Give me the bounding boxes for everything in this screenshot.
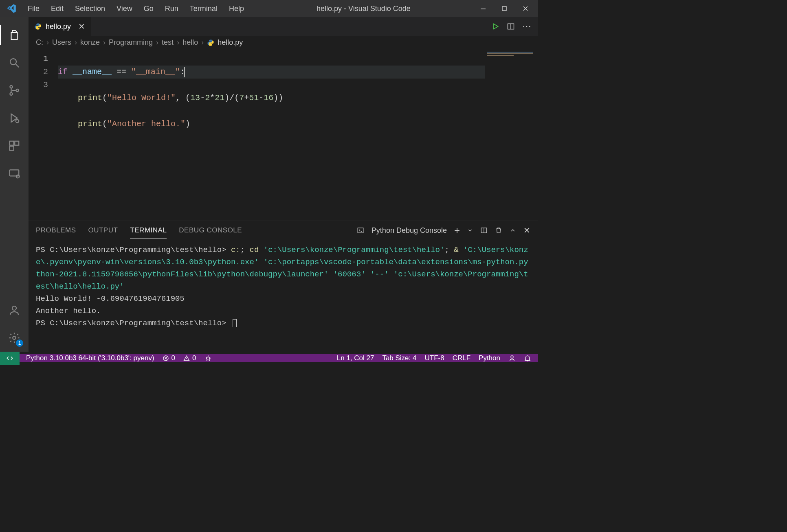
svg-rect-1 <box>502 7 506 11</box>
main-area: 1 hello.py ✕ ⋯ <box>0 17 538 352</box>
minimap[interactable] <box>485 51 538 221</box>
svg-point-6 <box>16 120 19 123</box>
close-button[interactable] <box>520 3 531 14</box>
svg-point-2 <box>10 59 16 65</box>
tab-bar: hello.py ✕ ⋯ <box>29 17 538 36</box>
remote-explorer-icon[interactable] <box>4 164 24 183</box>
status-language[interactable]: Python <box>475 354 504 362</box>
close-panel-icon[interactable]: ✕ <box>523 225 530 235</box>
status-lncol[interactable]: Ln 1, Col 27 <box>333 354 378 362</box>
settings-icon[interactable]: 1 <box>4 328 24 348</box>
split-editor-icon[interactable] <box>507 22 515 31</box>
terminal-text: ; <box>444 245 454 254</box>
maximize-button[interactable] <box>499 3 510 14</box>
panel-tab-terminal[interactable]: TERMINAL <box>130 222 167 239</box>
status-errors[interactable]: 0 <box>158 354 179 362</box>
breadcrumb-item[interactable]: Programming <box>109 38 153 47</box>
breadcrumb[interactable]: C:› Users› konze› Programming› test› hel… <box>29 36 538 51</box>
tab-close-icon[interactable]: ✕ <box>78 22 85 31</box>
line-number: 1 <box>29 53 48 66</box>
status-notifications-icon[interactable] <box>520 355 535 362</box>
status-encoding[interactable]: UTF-8 <box>420 354 448 362</box>
code-editor[interactable]: 1 2 3 if __name__ == "__main__": print("… <box>29 51 538 221</box>
svg-point-3 <box>10 85 12 88</box>
editor-area: hello.py ✕ ⋯ C:› Users› konze› Programmi… <box>29 17 538 352</box>
svg-point-4 <box>10 93 12 95</box>
breadcrumb-item[interactable]: konze <box>80 38 100 47</box>
vscode-logo-icon <box>6 3 17 14</box>
line-number: 2 <box>29 66 48 79</box>
more-actions-icon[interactable]: ⋯ <box>522 21 531 32</box>
status-bar: Python 3.10.0b3 64-bit ('3.10.0b3': pyen… <box>0 352 538 365</box>
terminal-dropdown-label[interactable]: Python Debug Console <box>372 226 447 235</box>
terminal-text: & <box>454 245 463 254</box>
terminal-prompt: PS C:\Users\konze\Programming\test\hello… <box>36 319 231 328</box>
minimize-button[interactable] <box>477 3 489 14</box>
extensions-icon[interactable] <box>4 136 24 155</box>
panel-tab-problems[interactable]: PROBLEMS <box>36 222 76 239</box>
maximize-panel-icon[interactable] <box>510 227 516 234</box>
titlebar: File Edit Selection View Go Run Terminal… <box>0 0 538 17</box>
panel: PROBLEMS OUTPUT TERMINAL DEBUG CONSOLE P… <box>29 221 538 352</box>
breadcrumb-item[interactable]: test <box>162 38 174 47</box>
svg-point-5 <box>16 89 18 92</box>
breadcrumb-item[interactable]: Users <box>52 38 71 47</box>
python-file-icon <box>207 39 214 46</box>
menu-help[interactable]: Help <box>223 2 250 15</box>
status-tabsize[interactable]: Tab Size: 4 <box>378 354 420 362</box>
line-number: 3 <box>29 79 48 92</box>
status-python-env[interactable]: Python 3.10.0b3 64-bit ('3.10.0b3': pyen… <box>22 354 158 362</box>
warnings-count: 0 <box>192 354 196 362</box>
terminal-content[interactable]: PS C:\Users\konze\Programming\test\hello… <box>29 240 538 352</box>
svg-point-12 <box>12 306 16 310</box>
panel-tab-debugconsole[interactable]: DEBUG CONSOLE <box>179 222 242 239</box>
terminal-output: Another hello. <box>36 305 530 317</box>
menu-go[interactable]: Go <box>138 2 159 15</box>
remote-indicator[interactable] <box>0 352 20 365</box>
terminal-text: cd <box>250 245 259 254</box>
terminal-profile-icon[interactable] <box>357 227 364 234</box>
search-icon[interactable] <box>4 53 24 72</box>
settings-badge: 1 <box>16 339 23 347</box>
menu-view[interactable]: View <box>111 2 138 15</box>
editor-cursor <box>184 67 185 77</box>
new-terminal-icon[interactable]: + <box>454 225 460 236</box>
svg-rect-9 <box>10 146 14 150</box>
panel-tabs: PROBLEMS OUTPUT TERMINAL DEBUG CONSOLE P… <box>29 221 538 240</box>
svg-point-19 <box>511 356 513 358</box>
window-controls <box>477 3 534 14</box>
svg-point-11 <box>16 175 20 178</box>
run-debug-icon[interactable] <box>4 108 24 128</box>
source-control-icon[interactable] <box>4 81 24 100</box>
panel-tab-output[interactable]: OUTPUT <box>88 222 118 239</box>
terminal-text: ; <box>240 245 250 254</box>
python-file-icon <box>34 23 42 30</box>
code-content[interactable]: if __name__ == "__main__": print("Hello … <box>58 51 485 221</box>
status-debug-icon[interactable] <box>200 355 216 362</box>
svg-rect-7 <box>10 141 14 145</box>
terminal-text: c: <box>231 245 240 254</box>
tab-hello-py[interactable]: hello.py ✕ <box>29 17 91 36</box>
breadcrumb-item[interactable]: C: <box>36 38 43 47</box>
svg-rect-15 <box>358 228 363 233</box>
split-terminal-icon[interactable] <box>480 227 488 234</box>
chevron-down-icon[interactable] <box>467 228 473 233</box>
explorer-icon[interactable] <box>4 25 24 45</box>
kill-terminal-icon[interactable] <box>495 227 502 234</box>
status-feedback-icon[interactable] <box>504 355 520 362</box>
svg-point-13 <box>13 336 16 339</box>
breadcrumb-item[interactable]: hello <box>182 38 198 47</box>
status-warnings[interactable]: 0 <box>179 354 200 362</box>
menu-bar: File Edit Selection View Go Run Terminal… <box>22 2 250 15</box>
menu-run[interactable]: Run <box>159 2 184 15</box>
run-file-icon[interactable] <box>491 22 499 31</box>
breadcrumb-item[interactable]: hello.py <box>218 38 243 47</box>
activity-bar: 1 <box>0 17 29 352</box>
menu-selection[interactable]: Selection <box>69 2 111 15</box>
menu-edit[interactable]: Edit <box>45 2 69 15</box>
accounts-icon[interactable] <box>4 300 24 320</box>
editor-actions: ⋯ <box>485 17 538 36</box>
menu-file[interactable]: File <box>22 2 45 15</box>
menu-terminal[interactable]: Terminal <box>184 2 223 15</box>
status-eol[interactable]: CRLF <box>448 354 475 362</box>
